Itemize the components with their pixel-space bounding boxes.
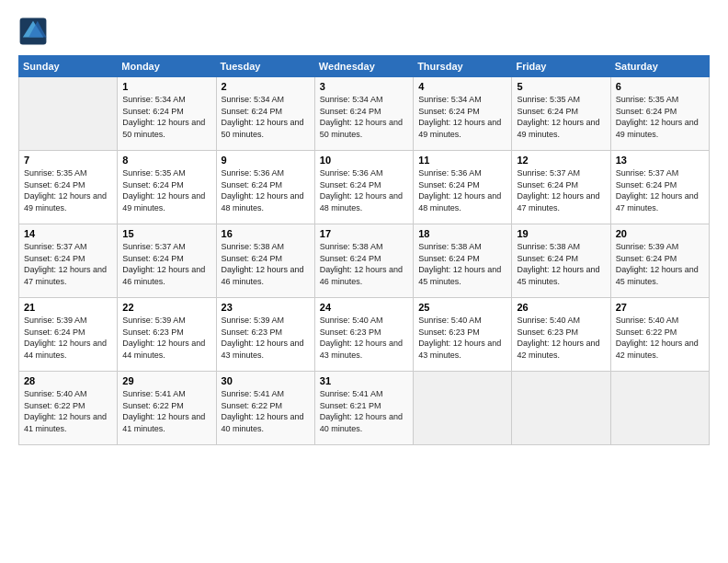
day-number: 30 (222, 375, 310, 386)
day-number: 13 (616, 155, 704, 166)
calendar-cell: 24Sunrise: 5:40 AMSunset: 6:23 PMDayligh… (314, 298, 413, 372)
day-number: 20 (616, 228, 704, 239)
calendar-cell: 29Sunrise: 5:41 AMSunset: 6:22 PMDayligh… (118, 372, 216, 445)
day-number: 11 (418, 155, 506, 166)
calendar-cell (512, 372, 610, 445)
day-info: Sunrise: 5:35 AMSunset: 6:24 PMDaylight:… (616, 94, 704, 140)
calendar-cell: 18Sunrise: 5:38 AMSunset: 6:24 PMDayligh… (414, 224, 512, 298)
calendar-cell: 3Sunrise: 5:34 AMSunset: 6:24 PMDaylight… (314, 77, 413, 151)
day-info: Sunrise: 5:37 AMSunset: 6:24 PMDaylight:… (122, 241, 210, 287)
calendar-cell: 27Sunrise: 5:40 AMSunset: 6:22 PMDayligh… (610, 298, 709, 372)
day-info: Sunrise: 5:35 AMSunset: 6:24 PMDaylight:… (122, 167, 210, 213)
day-info: Sunrise: 5:38 AMSunset: 6:24 PMDaylight:… (418, 241, 506, 287)
calendar-cell: 21Sunrise: 5:39 AMSunset: 6:24 PMDayligh… (19, 298, 118, 372)
calendar-cell: 7Sunrise: 5:35 AMSunset: 6:24 PMDaylight… (19, 151, 118, 224)
day-info: Sunrise: 5:38 AMSunset: 6:24 PMDaylight:… (320, 241, 408, 287)
day-info: Sunrise: 5:41 AMSunset: 6:22 PMDaylight:… (222, 388, 310, 434)
day-number: 10 (320, 155, 408, 166)
calendar-cell: 26Sunrise: 5:40 AMSunset: 6:23 PMDayligh… (512, 298, 610, 372)
day-info: Sunrise: 5:35 AMSunset: 6:24 PMDaylight:… (24, 167, 112, 213)
day-number: 1 (122, 81, 210, 92)
calendar-week-5: 28Sunrise: 5:40 AMSunset: 6:22 PMDayligh… (19, 372, 710, 445)
calendar-cell: 23Sunrise: 5:39 AMSunset: 6:23 PMDayligh… (216, 298, 314, 372)
calendar-cell: 6Sunrise: 5:35 AMSunset: 6:24 PMDaylight… (610, 77, 709, 151)
calendar-cell: 2Sunrise: 5:34 AMSunset: 6:24 PMDaylight… (216, 77, 314, 151)
day-info: Sunrise: 5:37 AMSunset: 6:24 PMDaylight:… (616, 167, 704, 213)
col-header-wednesday: Wednesday (314, 56, 413, 77)
calendar-cell: 16Sunrise: 5:38 AMSunset: 6:24 PMDayligh… (216, 224, 314, 298)
day-info: Sunrise: 5:39 AMSunset: 6:24 PMDaylight:… (616, 241, 704, 287)
calendar-cell (414, 372, 512, 445)
day-number: 16 (222, 228, 310, 239)
calendar-cell: 15Sunrise: 5:37 AMSunset: 6:24 PMDayligh… (118, 224, 216, 298)
day-number: 8 (122, 155, 210, 166)
day-number: 9 (222, 155, 310, 166)
calendar-cell: 4Sunrise: 5:34 AMSunset: 6:24 PMDaylight… (414, 77, 512, 151)
day-info: Sunrise: 5:37 AMSunset: 6:24 PMDaylight:… (517, 167, 605, 213)
day-number: 18 (418, 228, 506, 239)
calendar-cell: 19Sunrise: 5:38 AMSunset: 6:24 PMDayligh… (512, 224, 610, 298)
day-number: 29 (122, 375, 210, 386)
calendar-cell: 11Sunrise: 5:36 AMSunset: 6:24 PMDayligh… (414, 151, 512, 224)
calendar-cell: 31Sunrise: 5:41 AMSunset: 6:21 PMDayligh… (314, 372, 413, 445)
day-info: Sunrise: 5:41 AMSunset: 6:21 PMDaylight:… (320, 388, 408, 434)
calendar-cell: 22Sunrise: 5:39 AMSunset: 6:23 PMDayligh… (118, 298, 216, 372)
col-header-tuesday: Tuesday (216, 56, 314, 77)
day-info: Sunrise: 5:39 AMSunset: 6:24 PMDaylight:… (24, 315, 112, 361)
day-info: Sunrise: 5:39 AMSunset: 6:23 PMDaylight:… (122, 315, 210, 361)
day-number: 26 (517, 302, 605, 313)
day-info: Sunrise: 5:36 AMSunset: 6:24 PMDaylight:… (222, 167, 310, 213)
page-header (18, 17, 710, 46)
calendar-cell (19, 77, 118, 151)
day-number: 19 (517, 228, 605, 239)
calendar-cell: 8Sunrise: 5:35 AMSunset: 6:24 PMDaylight… (118, 151, 216, 224)
logo (18, 17, 51, 46)
day-info: Sunrise: 5:34 AMSunset: 6:24 PMDaylight:… (222, 94, 310, 140)
page-container: SundayMondayTuesdayWednesdayThursdayFrid… (0, 0, 728, 454)
day-info: Sunrise: 5:38 AMSunset: 6:24 PMDaylight:… (222, 241, 310, 287)
day-number: 5 (517, 81, 605, 92)
calendar-week-4: 21Sunrise: 5:39 AMSunset: 6:24 PMDayligh… (19, 298, 710, 372)
col-header-thursday: Thursday (414, 56, 512, 77)
day-info: Sunrise: 5:34 AMSunset: 6:24 PMDaylight:… (320, 94, 408, 140)
calendar-week-1: 1Sunrise: 5:34 AMSunset: 6:24 PMDaylight… (19, 77, 710, 151)
calendar-week-2: 7Sunrise: 5:35 AMSunset: 6:24 PMDaylight… (19, 151, 710, 224)
calendar-table: SundayMondayTuesdayWednesdayThursdayFrid… (18, 55, 710, 445)
day-info: Sunrise: 5:36 AMSunset: 6:24 PMDaylight:… (320, 167, 408, 213)
calendar-week-3: 14Sunrise: 5:37 AMSunset: 6:24 PMDayligh… (19, 224, 710, 298)
calendar-cell: 17Sunrise: 5:38 AMSunset: 6:24 PMDayligh… (314, 224, 413, 298)
day-info: Sunrise: 5:41 AMSunset: 6:22 PMDaylight:… (122, 388, 210, 434)
day-number: 14 (24, 228, 112, 239)
day-number: 12 (517, 155, 605, 166)
day-info: Sunrise: 5:38 AMSunset: 6:24 PMDaylight:… (517, 241, 605, 287)
day-number: 28 (24, 375, 112, 386)
day-number: 3 (320, 81, 408, 92)
calendar-cell: 9Sunrise: 5:36 AMSunset: 6:24 PMDaylight… (216, 151, 314, 224)
col-header-monday: Monday (118, 56, 216, 77)
calendar-cell: 13Sunrise: 5:37 AMSunset: 6:24 PMDayligh… (610, 151, 709, 224)
day-number: 22 (122, 302, 210, 313)
calendar-cell: 28Sunrise: 5:40 AMSunset: 6:22 PMDayligh… (19, 372, 118, 445)
calendar-cell: 1Sunrise: 5:34 AMSunset: 6:24 PMDaylight… (118, 77, 216, 151)
calendar-cell: 30Sunrise: 5:41 AMSunset: 6:22 PMDayligh… (216, 372, 314, 445)
logo-icon (18, 17, 48, 46)
day-number: 27 (616, 302, 704, 313)
day-number: 25 (418, 302, 506, 313)
day-info: Sunrise: 5:35 AMSunset: 6:24 PMDaylight:… (517, 94, 605, 140)
day-info: Sunrise: 5:37 AMSunset: 6:24 PMDaylight:… (24, 241, 112, 287)
calendar-cell (610, 372, 709, 445)
day-info: Sunrise: 5:40 AMSunset: 6:22 PMDaylight:… (24, 388, 112, 434)
calendar-cell: 14Sunrise: 5:37 AMSunset: 6:24 PMDayligh… (19, 224, 118, 298)
day-number: 2 (222, 81, 310, 92)
day-info: Sunrise: 5:36 AMSunset: 6:24 PMDaylight:… (418, 167, 506, 213)
day-number: 21 (24, 302, 112, 313)
col-header-friday: Friday (512, 56, 610, 77)
col-header-saturday: Saturday (610, 56, 709, 77)
day-info: Sunrise: 5:39 AMSunset: 6:23 PMDaylight:… (222, 315, 310, 361)
calendar-cell: 12Sunrise: 5:37 AMSunset: 6:24 PMDayligh… (512, 151, 610, 224)
day-number: 15 (122, 228, 210, 239)
day-info: Sunrise: 5:40 AMSunset: 6:23 PMDaylight:… (517, 315, 605, 361)
calendar-cell: 10Sunrise: 5:36 AMSunset: 6:24 PMDayligh… (314, 151, 413, 224)
day-info: Sunrise: 5:40 AMSunset: 6:23 PMDaylight:… (320, 315, 408, 361)
day-number: 31 (320, 375, 408, 386)
